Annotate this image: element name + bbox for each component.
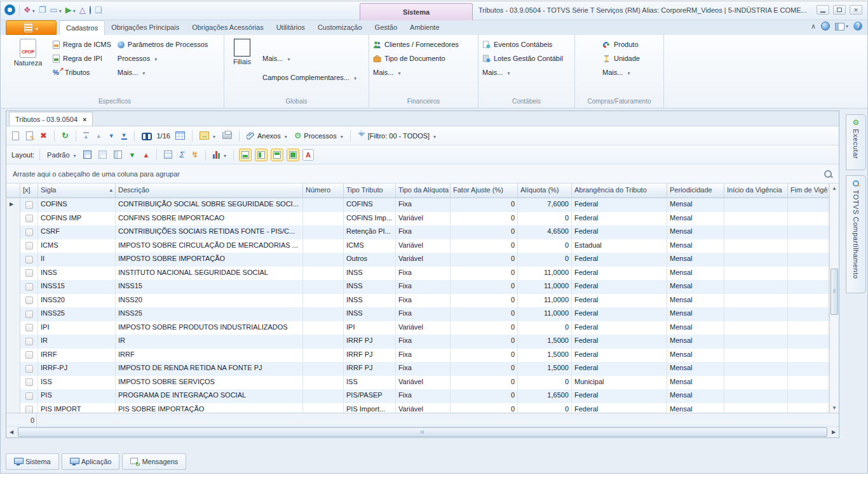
table-row[interactable]: INSS25INSS25INSSFixa011,0000FederalMensa… [6,307,829,321]
view-toggle-left-button[interactable] [255,149,268,161]
horizontal-scrollbar[interactable]: ◀ ▶ [6,427,839,437]
bottom-tab-aplicacao[interactable]: Aplicação [62,453,120,470]
row-checkbox[interactable] [25,256,33,263]
horizontal-scroll-thumb[interactable] [18,427,827,437]
ribbon-tab-cadastros[interactable]: Cadastros [59,20,105,35]
scroll-down-icon[interactable]: ▼ [830,403,839,413]
quick-action-button[interactable]: ↯ [189,149,200,161]
design-button[interactable]: △ [79,5,86,15]
row-checkbox[interactable] [25,365,33,373]
print-button[interactable] [220,131,234,140]
view-toggle-top-button[interactable] [271,149,283,161]
delete-record-button[interactable]: ✖ [38,130,49,142]
layout-selector-button[interactable] [835,22,848,30]
restore-button[interactable] [833,5,846,15]
row-checkbox[interactable] [25,201,33,209]
minimize-button[interactable] [817,5,829,15]
close-tab-icon[interactable]: × [83,116,86,123]
natureza-button[interactable]: CFOP Natureza [10,37,46,97]
help-icon[interactable]: ? [853,22,862,30]
table-row[interactable]: PIS IMPORTPIS SOBRE IMPORTAÇÃOPIS Import… [6,403,829,413]
ribbon-tab-obrigacoes-principais[interactable]: Obrigações Principais [105,20,186,35]
contabeis-mais-button[interactable]: Mais... [482,67,563,78]
regra-de-icms-button[interactable]: Regra de ICMS [53,39,111,50]
table-row[interactable]: IRRF-PJIMPOSTO DE RENDA RETIDA NA FONTE … [6,362,829,376]
row-checkbox[interactable] [25,242,33,250]
close-button[interactable]: ✕ [850,5,862,15]
table-row[interactable]: CSRFCONTRIBUIÇÕES SOCIAIS RETIDAS FONTE … [6,225,829,239]
row-checkbox[interactable] [25,283,33,291]
bottom-tab-mensagens[interactable]: Mensagens [122,453,186,470]
layout-preset-dropdown[interactable]: Padrão [45,150,78,160]
scroll-up-icon[interactable]: ▲ [830,183,839,193]
window-menu-button[interactable]: ▭ [50,5,61,15]
row-checkbox[interactable] [25,269,33,277]
compras-mais-button[interactable]: Mais... [602,67,630,78]
unidade-button[interactable]: Unidade [602,53,640,64]
column-header-tipo_aliquota[interactable]: Tipo da Alíquota [396,183,451,197]
ribbon-tab-customizacao[interactable]: Customização [311,20,369,35]
bottom-tab-sistema[interactable]: Sistema [6,453,59,470]
row-checkbox[interactable] [25,351,33,359]
table-row[interactable]: IRIRIRRF PJFixa01,5000FederalMensal [6,335,829,349]
column-header-numero[interactable]: Número [303,183,344,197]
search-icon[interactable] [824,170,832,178]
campos-complementares-button[interactable]: Campos Complementares... [262,72,356,83]
column-header-fator_ajuste[interactable]: Fator Ajuste (%) [451,183,518,197]
table-row[interactable]: IRRFIRRFIRRF PJFixa01,5000FederalMensal [6,349,829,363]
side-tab-executar[interactable]: ⚙ Executar [846,114,866,170]
table-row[interactable]: COFINSCONTRIBUIÇÃO SOCIAL SOBRE SEGURIDA… [6,198,829,212]
filiais-button[interactable]: Filiais [228,37,256,97]
row-checkbox[interactable] [25,338,33,345]
community-button[interactable] [90,6,91,14]
grid-view-button[interactable] [173,130,187,141]
column-header-descricao[interactable]: Descrição [116,183,303,197]
table-row[interactable]: ICMSIMPOSTO SOBRE CIRCULAÇÃO DE MERCADOR… [6,239,829,253]
refresh-button[interactable]: ↻ [60,130,71,142]
row-checkbox[interactable] [25,215,33,222]
scroll-right-icon[interactable]: ▶ [829,427,839,437]
column-header-inicio_vigencia[interactable]: Início da Vigência [724,183,788,197]
font-format-button[interactable]: A [302,149,314,161]
row-checkbox[interactable] [25,229,33,236]
vertical-scrollbar[interactable]: ▲ ▼ [829,183,839,413]
table-row[interactable]: INSS20INSS20INSSFixa011,0000FederalMensa… [6,294,829,308]
export-button[interactable] [198,130,217,141]
row-checkbox[interactable] [25,406,33,413]
columns-button[interactable] [112,149,124,160]
import-layout-button[interactable]: ▼ [127,150,138,159]
ribbon-tab-utilitarios[interactable]: Utilitários [270,20,311,35]
edit-record-button[interactable] [24,130,35,142]
run-window-button[interactable]: ▶ [65,5,76,15]
application-menu-button[interactable] [6,20,57,35]
previous-record-button[interactable]: ▲ [94,131,104,140]
row-checkbox[interactable] [25,324,33,331]
tipo-de-documento-button[interactable]: Tipo de Documento [373,53,459,64]
especificos-mais-button[interactable]: Mais... [118,67,208,78]
table-row[interactable]: INSS15INSS15INSSFixa011,0000FederalMensa… [6,280,829,294]
collapse-ribbon-icon[interactable]: ∧ [811,22,816,30]
eventos-contabeis-button[interactable]: Eventos Contábeis [482,39,563,50]
group-by-bar[interactable]: Arraste aqui o cabeçalho de uma coluna p… [6,164,839,183]
ribbon-tab-ambiente[interactable]: Ambiente [403,20,445,35]
table-row[interactable]: COFINS IMPCONFINS SOBRE IMPORTACAOCOFINS… [6,212,829,226]
row-checkbox[interactable] [25,297,33,304]
table-row[interactable]: IPIIMPOSTO SOBRE PRODUTOS INDUSTRIALIZAD… [6,321,829,335]
checkbox-column-header[interactable]: [x] [20,183,38,197]
processos-button[interactable]: ⚙ Processos [292,130,345,142]
new-record-button[interactable] [10,130,21,142]
copy-button[interactable]: ❑ [95,5,102,15]
view-toggle-full-button[interactable] [287,149,299,161]
document-tab-tributos[interactable]: Tributos - 03.9.0504 × [9,112,93,126]
column-header-aliquota[interactable]: Alíquota (%) [518,183,572,197]
lotes-gestao-contabil-button[interactable]: Lotes Gestão Contábil [482,53,563,64]
modules-menu-button[interactable]: ❖ [24,5,35,15]
table-row[interactable]: IIIMPOSTO SOBRE IMPORTAÇÃOOutrosVariável… [6,253,829,267]
first-record-button[interactable]: ▲ [81,131,91,141]
regra-de-ipi-button[interactable]: Regra de IPI [53,53,111,64]
context-tab-sistema[interactable]: Sistema [360,3,473,20]
column-header-sigla[interactable]: Sigla [38,183,116,197]
scroll-left-icon[interactable]: ◀ [6,427,17,437]
row-checkbox[interactable] [25,378,33,386]
tributos-button[interactable]: %Tributos [53,67,111,78]
